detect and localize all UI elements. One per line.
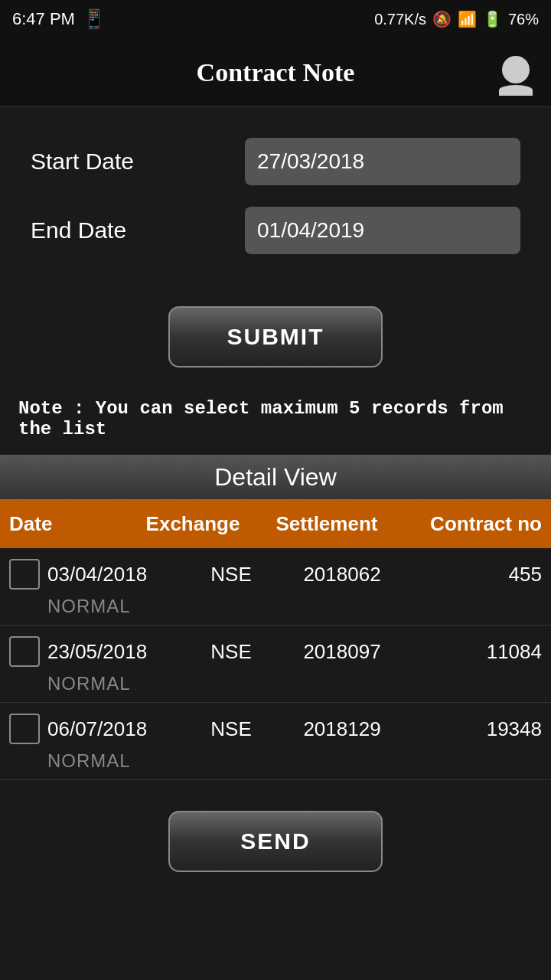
col-header-date: Date (9, 512, 128, 536)
col-header-contract: Contract no (396, 512, 542, 536)
signal-icon: 🔕 (432, 10, 452, 28)
row-exchange-0: NSE (166, 563, 273, 586)
row-date-2: 06/07/2018 (47, 717, 166, 741)
start-date-input[interactable] (245, 138, 520, 185)
signal-bars-icon: 📶 (458, 10, 477, 28)
row-settlement-2: 2018129 (273, 717, 411, 741)
table-body: 03/04/2018 NSE 2018062 455 NORMAL 23/05/… (0, 548, 551, 780)
table-main-row: 23/05/2018 NSE 2018097 11084 (9, 636, 542, 667)
table-main-row: 06/07/2018 NSE 2018129 19348 (9, 714, 542, 744)
row-contract-1: 11084 (411, 640, 542, 664)
form-section: Start Date End Date (0, 107, 551, 291)
table-row: 06/07/2018 NSE 2018129 19348 NORMAL (0, 703, 551, 780)
row-checkbox-0[interactable] (9, 559, 40, 590)
avatar[interactable] (499, 56, 533, 90)
send-button[interactable]: SEND (168, 811, 383, 872)
row-subtype-0: NORMAL (47, 596, 542, 617)
note-text: Note : You can select maximum 5 records … (0, 390, 551, 455)
row-exchange-2: NSE (166, 717, 273, 741)
row-exchange-1: NSE (166, 640, 273, 664)
col-header-settlement: Settlement (258, 512, 396, 536)
battery-icon: 🔋 (483, 10, 502, 28)
battery-percent: 76% (508, 11, 539, 28)
row-checkbox-1[interactable] (9, 636, 40, 667)
submit-button[interactable]: SUBMIT (168, 306, 383, 368)
table-row: 03/04/2018 NSE 2018062 455 NORMAL (0, 548, 551, 626)
status-bar: 6:47 PM 📱 0.77K/s 🔕 📶 🔋 76% (0, 0, 551, 38)
app-header: Contract Note (0, 38, 551, 107)
network-speed: 0.77K/s (374, 11, 426, 28)
row-subtype-2: NORMAL (47, 750, 542, 772)
page-title: Contract Note (197, 58, 355, 87)
table-header: Date Exchange Settlement Contract no (0, 499, 551, 548)
row-subtype-1: NORMAL (47, 673, 542, 694)
status-time: 6:47 PM (12, 9, 75, 29)
detail-view-title: Detail View (214, 463, 336, 492)
end-date-input[interactable] (245, 207, 520, 254)
table-main-row: 03/04/2018 NSE 2018062 455 (9, 559, 542, 590)
end-date-label: End Date (31, 217, 126, 243)
send-container: SEND (0, 780, 551, 895)
submit-container: SUBMIT (0, 291, 551, 390)
start-date-row: Start Date (31, 138, 520, 185)
row-settlement-0: 2018062 (273, 563, 411, 586)
row-settlement-1: 2018097 (273, 640, 411, 664)
row-contract-0: 455 (411, 563, 542, 586)
start-date-label: Start Date (31, 149, 134, 175)
row-date-1: 23/05/2018 (47, 640, 166, 664)
col-header-exchange: Exchange (128, 512, 258, 536)
row-date-0: 03/04/2018 (47, 563, 166, 586)
avatar-circle (502, 56, 530, 83)
whatsapp-icon: 📱 (83, 8, 106, 30)
end-date-row: End Date (31, 207, 520, 254)
row-contract-2: 19348 (411, 717, 542, 741)
table-row: 23/05/2018 NSE 2018097 11084 NORMAL (0, 626, 551, 703)
avatar-base (499, 85, 533, 96)
detail-view-bar: Detail View (0, 455, 551, 499)
row-checkbox-2[interactable] (9, 714, 40, 744)
